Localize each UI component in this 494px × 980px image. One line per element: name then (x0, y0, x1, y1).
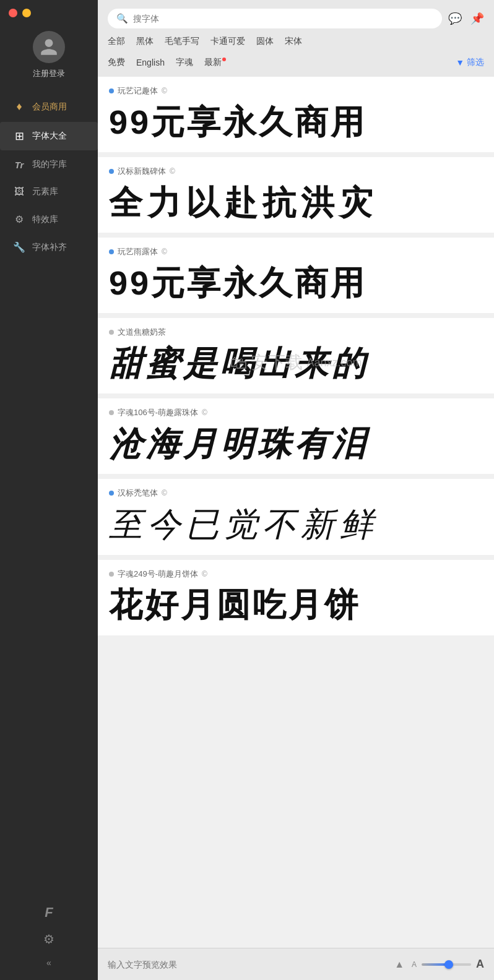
elements-icon: 🖼 (12, 186, 26, 197)
sidebar-item-supplement[interactable]: 🔧 字体补齐 (0, 234, 98, 260)
sidebar-nav: ♦ 会员商用 ⊞ 字体大全 Tr 我的字库 🖼 元素库 ⚙ 特效库 🔧 字体补齐 (0, 93, 98, 260)
user-avatar-section: 注册登录 (33, 31, 65, 79)
font-dot-2 (109, 169, 114, 174)
font-dot-3 (109, 249, 114, 254)
pin-icon[interactable]: 📌 (470, 12, 484, 25)
grid-icon: ⊞ (12, 129, 26, 143)
supplement-icon: 🔧 (12, 241, 26, 253)
font-meta-4: 文道焦糖奶茶 (109, 327, 483, 338)
font-preview-1: 99元享永久商用 (109, 103, 483, 141)
traffic-lights (9, 9, 31, 17)
collapse-button[interactable]: « (46, 958, 51, 968)
filter-free[interactable]: 免费 (108, 56, 125, 69)
font-card-3[interactable]: 玩艺雨露体 © 99元享永久商用 (98, 238, 494, 313)
font-card-2[interactable]: 汉标新魏碑体 © 全力以赴抗洪灾 (98, 157, 494, 233)
filter-round[interactable]: 圆体 (256, 35, 274, 48)
login-label[interactable]: 注册登录 (33, 68, 65, 79)
font-name-7: 字魂249号-萌趣月饼体 (118, 569, 198, 580)
copyright-5: © (202, 408, 207, 417)
font-dot-4 (109, 330, 114, 335)
filter-button[interactable]: ▼ 筛选 (456, 57, 484, 68)
preview-bar: ▲ A A (98, 948, 494, 980)
main-content: 🔍 💬 📌 全部 黑体 毛笔手写 卡通可爱 圆体 宋体 免费 English 字… (98, 0, 494, 980)
font-card-4[interactable]: 文道焦糖奶茶 甜蜜是喝出来的 🛍 安下载 Aanxz.com (98, 318, 494, 393)
sidebar-label-elements: 元素库 (32, 186, 58, 197)
filter-zihun[interactable]: 字魂 (176, 56, 193, 69)
font-preview-5: 沧海月明珠有泪 (109, 424, 483, 463)
font-name-6: 汉标禿笔体 (118, 488, 158, 499)
size-control: A A (412, 958, 484, 971)
preview-input[interactable] (108, 960, 387, 969)
font-name-2: 汉标新魏碑体 (118, 166, 166, 177)
filter-english[interactable]: English (136, 56, 165, 69)
sidebar-label-my-fonts: 我的字库 (32, 159, 67, 170)
filter-all[interactable]: 全部 (108, 35, 125, 48)
font-preview-7: 花好月圆吃月饼 (109, 586, 483, 624)
font-dot-5 (109, 410, 114, 415)
search-bar: 🔍 💬 📌 (98, 0, 494, 28)
search-input[interactable] (133, 14, 433, 24)
font-meta-2: 汉标新魏碑体 © (109, 166, 483, 177)
settings-icon[interactable]: ⚙ (43, 932, 54, 947)
filter-cartoon[interactable]: 卡通可爱 (210, 35, 245, 48)
my-fonts-icon: Tr (12, 160, 26, 170)
filter-heiti[interactable]: 黑体 (136, 35, 154, 48)
filter-latest[interactable]: 最新 (204, 56, 226, 69)
font-meta-1: 玩艺记趣体 © (109, 85, 483, 97)
filter-songti[interactable]: 宋体 (285, 35, 302, 48)
font-meta-3: 玩艺雨露体 © (109, 246, 483, 257)
font-preview-3: 99元享永久商用 (109, 264, 483, 302)
size-label-small: A (412, 960, 417, 969)
copyright-7: © (202, 570, 207, 578)
copyright-2: © (170, 167, 175, 176)
slider-thumb[interactable] (444, 960, 453, 969)
effects-icon: ⚙ (12, 213, 26, 225)
font-card-1[interactable]: 玩艺记趣体 © 99元享永久商用 (98, 77, 494, 152)
font-name-4: 文道焦糖奶茶 (118, 327, 166, 338)
filter-funnel-icon: ▼ (456, 58, 464, 67)
font-name-5: 字魂106号-萌趣露珠体 (118, 407, 198, 418)
preview-arrow-icon[interactable]: ▲ (394, 959, 404, 970)
copyright-6: © (162, 489, 167, 497)
sidebar-item-fonts-all[interactable]: ⊞ 字体大全 (0, 122, 98, 150)
font-preview-4: 甜蜜是喝出来的 (109, 344, 483, 382)
header-icons: 💬 📌 (448, 12, 484, 25)
copyright-1: © (162, 87, 167, 95)
sidebar-label-supplement: 字体补齐 (32, 242, 67, 253)
minimize-button[interactable] (22, 9, 31, 17)
sidebar-item-my-fonts[interactable]: Tr 我的字库 (0, 152, 98, 178)
font-name-3: 玩艺雨露体 (118, 246, 158, 257)
fontlab-icon[interactable]: F (45, 905, 53, 921)
sidebar-item-member[interactable]: ♦ 会员商用 (0, 93, 98, 121)
member-icon: ♦ (12, 100, 26, 113)
font-meta-6: 汉标禿笔体 © (109, 488, 483, 499)
filter-row-1: 全部 黑体 毛笔手写 卡通可爱 圆体 宋体 (108, 35, 484, 48)
font-dot-1 (109, 88, 114, 93)
search-input-wrap: 🔍 (108, 9, 442, 28)
font-size-slider[interactable] (422, 963, 471, 966)
font-preview-6: 至今已觉不新鲜 (109, 505, 483, 543)
sidebar-item-elements[interactable]: 🖼 元素库 (0, 179, 98, 205)
sidebar-label-effects: 特效库 (32, 214, 58, 225)
font-list: 玩艺记趣体 © 99元享永久商用 汉标新魏碑体 © 全力以赴抗洪灾 玩艺雨露体 … (98, 77, 494, 948)
font-card-5[interactable]: 字魂106号-萌趣露珠体 © 沧海月明珠有泪 (98, 398, 494, 474)
size-label-big: A (476, 958, 484, 971)
font-dot-7 (109, 572, 114, 577)
filter-tabs: 全部 黑体 毛笔手写 卡通可爱 圆体 宋体 免费 English 字魂 最新 ▼… (98, 28, 494, 77)
font-card-7[interactable]: 字魂249号-萌趣月饼体 © 花好月圆吃月饼 (98, 560, 494, 635)
copyright-3: © (162, 247, 167, 256)
filter-row-2: 免费 English 字魂 最新 ▼ 筛选 (108, 56, 484, 69)
filter-handwriting[interactable]: 毛笔手写 (165, 35, 199, 48)
font-card-6[interactable]: 汉标禿笔体 © 至今已觉不新鲜 (98, 479, 494, 554)
font-meta-7: 字魂249号-萌趣月饼体 © (109, 569, 483, 580)
sidebar-bottom: F ⚙ « (0, 905, 98, 980)
font-preview-2: 全力以赴抗洪灾 (109, 183, 483, 221)
font-meta-5: 字魂106号-萌趣露珠体 © (109, 407, 483, 418)
chat-icon[interactable]: 💬 (448, 12, 462, 25)
avatar[interactable] (33, 31, 65, 63)
sidebar-label-member: 会员商用 (32, 101, 67, 113)
close-button[interactable] (9, 9, 17, 17)
font-name-1: 玩艺记趣体 (118, 85, 158, 97)
sidebar: 注册登录 ♦ 会员商用 ⊞ 字体大全 Tr 我的字库 🖼 元素库 ⚙ 特效库 🔧 (0, 0, 98, 980)
sidebar-item-effects[interactable]: ⚙ 特效库 (0, 206, 98, 233)
